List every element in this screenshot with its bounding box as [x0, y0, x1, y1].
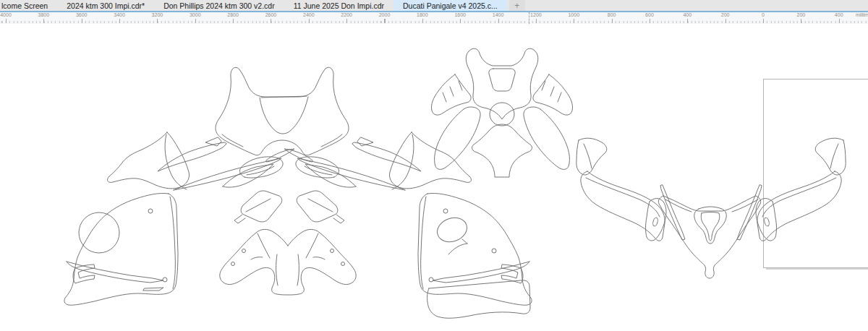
lower-fairing-left-hole-top[interactable] [148, 209, 153, 213]
lower-fairing-left-body[interactable] [64, 193, 178, 305]
lower-fairing-right-hole-mid[interactable] [492, 249, 496, 253]
ruler-label: 200 [797, 12, 806, 17]
lower-fairing-right-body[interactable] [418, 193, 532, 305]
plus-icon: + [514, 2, 519, 9]
mustache-hole-left-a[interactable] [242, 249, 246, 253]
fender-arm-right[interactable] [757, 171, 841, 241]
front-fender-mustache-outline[interactable] [220, 229, 356, 295]
tail-section-hexagon[interactable] [489, 69, 515, 91]
document-tab-5[interactable]: Ducati Panigale v4 2025.c... [393, 0, 507, 11]
windscreen-outline[interactable] [216, 67, 349, 155]
ruler-label: 1800 [417, 12, 428, 17]
fender-center-body[interactable] [658, 196, 760, 278]
upper-side-panel-left[interactable] [108, 132, 190, 189]
fender-teardrop-left[interactable] [652, 217, 659, 226]
lower-fairing-right-hole-bottom[interactable] [429, 278, 433, 282]
blade-lower-right[interactable] [297, 158, 405, 190]
fender-arm-left[interactable] [581, 171, 665, 241]
lower-fairing-right-hole-top[interactable] [443, 209, 448, 213]
ruler-label: 400 [835, 12, 843, 17]
fender-slash-right[interactable] [737, 185, 762, 240]
fender-arrow-right[interactable] [815, 138, 846, 175]
tail-wing-right[interactable] [533, 74, 573, 115]
lower-fairing-right-strip[interactable] [421, 197, 426, 289]
fender-teardrop-right[interactable] [764, 217, 770, 226]
ruler-label: 600 [645, 12, 654, 17]
lower-fairing-right-blade[interactable] [433, 262, 529, 283]
upper-side-panel-right[interactable] [389, 132, 471, 189]
lower-fairing-left-strip[interactable] [170, 197, 175, 289]
ruler-major-ticks [0, 19, 868, 23]
lower-fairing-left-hole-bottom[interactable] [163, 278, 167, 282]
document-tab-1[interactable]: lcome Screen [0, 0, 57, 11]
tail-leg-right[interactable] [524, 107, 570, 169]
active-document-underline [0, 11, 868, 12]
ruler-label: 200 [721, 12, 730, 17]
ruler-label: 1000 [568, 12, 579, 17]
drawing-canvas[interactable] [0, 24, 868, 331]
front-fender-mustache-details[interactable] [251, 233, 325, 285]
mustache-hole-right-b[interactable] [341, 262, 345, 266]
windscreen-screen-curve[interactable] [260, 97, 308, 134]
lower-fairing-left-winglet[interactable] [73, 265, 95, 283]
ruler-label: 1200 [530, 12, 542, 17]
new-document-tab-button[interactable]: + [509, 0, 525, 11]
tail-leg-left[interactable] [435, 107, 481, 169]
ruler-label: 3200 [152, 12, 163, 17]
document-tab-4[interactable]: 11 June 2025 Don Impi.cdr [284, 0, 393, 11]
ruler-label: 3000 [190, 12, 201, 17]
mustache-hole-right-a[interactable] [331, 249, 334, 253]
tail-center-v[interactable] [472, 124, 532, 177]
lower-fairing-left-notch-circle[interactable] [79, 212, 119, 253]
drawing-layer [0, 0, 868, 331]
leaf-sliver-left[interactable] [266, 149, 294, 162]
fender-center-trident[interactable] [694, 207, 727, 244]
vent-quad-right[interactable] [297, 191, 344, 223]
ruler-cursor-indicator [529, 12, 529, 24]
document-tab-3[interactable]: Don Phillips 2024 ktm 300 v2.cdr [154, 0, 284, 11]
document-tab-2[interactable]: 2024 ktm 300 Impi.cdr* [57, 0, 154, 11]
ruler-label: 2200 [341, 12, 352, 17]
ruler-label: 2400 [303, 12, 315, 17]
ruler-label: 3400 [114, 12, 125, 17]
ruler-label: 1400 [493, 12, 504, 17]
ruler-label: 3600 [76, 12, 88, 17]
blade-lower-left[interactable] [174, 158, 281, 190]
ruler-unit-label: millimeters [856, 12, 868, 17]
horizontal-ruler[interactable]: millimeters 4000380036003400320030002800… [0, 12, 868, 24]
ruler-label: 0 [762, 12, 765, 17]
ruler-label: 4000 [0, 12, 12, 17]
ruler-label: 2800 [227, 12, 239, 17]
ruler-label: 2600 [265, 12, 277, 17]
ruler-label: 2000 [379, 12, 391, 17]
ruler-label: 400 [683, 12, 692, 17]
fender-arrow-left[interactable] [576, 138, 607, 175]
belly-pan-right[interactable] [427, 280, 530, 318]
ruler-label: 800 [608, 12, 616, 17]
ruler-label: 1600 [454, 12, 466, 17]
document-tab-bar: lcome Screen2024 ktm 300 Impi.cdr*Don Ph… [0, 0, 868, 11]
tail-center-blob[interactable] [490, 103, 514, 126]
tail-wing-left[interactable] [431, 74, 471, 115]
vent-quad-left[interactable] [234, 191, 282, 223]
ruler-label: 3800 [38, 12, 50, 17]
mustache-hole-left-b[interactable] [231, 262, 235, 266]
